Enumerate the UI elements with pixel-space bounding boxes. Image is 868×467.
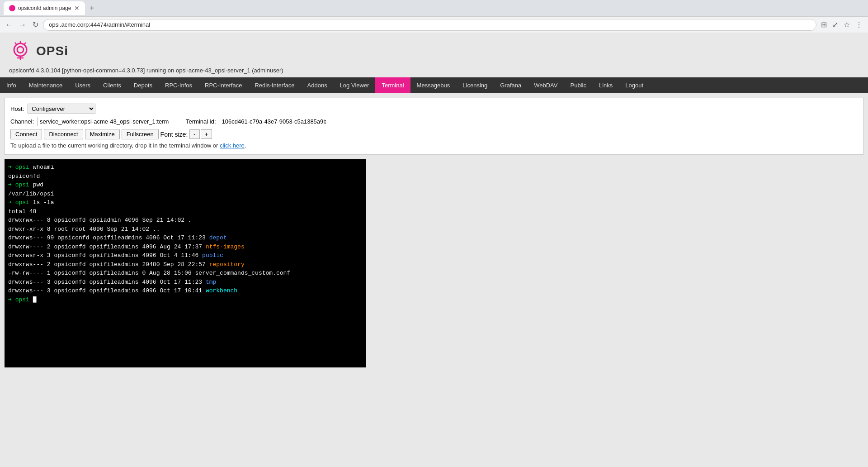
upload-link[interactable]: click here: [220, 142, 245, 149]
upload-hint: To upload a file to the current working …: [10, 142, 858, 149]
tab-bar: opsiconfd admin page ✕ +: [0, 0, 868, 16]
font-size-controls: - +: [189, 129, 212, 139]
channel-label: Channel:: [10, 118, 34, 125]
tab-title: opsiconfd admin page: [18, 5, 71, 11]
tab-favicon: [9, 5, 15, 11]
host-label: Host:: [10, 105, 24, 112]
back-button[interactable]: ←: [4, 19, 14, 31]
new-tab-button[interactable]: +: [87, 4, 97, 13]
active-tab[interactable]: opsiconfd admin page ✕: [4, 1, 85, 15]
terminal-id-input[interactable]: [220, 117, 328, 126]
nav-item-links[interactable]: Links: [593, 77, 619, 93]
terminal-section: Host: Configserver Channel: Terminal id:…: [5, 98, 863, 155]
nav-item-log-viewer[interactable]: Log Viewer: [334, 77, 376, 93]
fullscreen-button[interactable]: Fullscreen: [122, 129, 159, 139]
disconnect-button[interactable]: Disconnect: [44, 129, 83, 139]
maximize-button[interactable]: Maximize: [85, 129, 120, 139]
controls-row: Connect Disconnect Maximize Fullscreen F…: [10, 129, 858, 139]
svg-line-4: [24, 43, 26, 45]
nav-item-addons[interactable]: Addons: [301, 77, 334, 93]
bookmark-button[interactable]: ☆: [842, 19, 852, 31]
nav-item-messagebus[interactable]: Messagebus: [410, 77, 457, 93]
nav-item-rpc-infos[interactable]: RPC-Infos: [159, 77, 198, 93]
browser-chrome: opsiconfd admin page ✕ + ← → ↻ ⊞ ⤢ ☆ ⋮: [0, 0, 868, 33]
menu-button[interactable]: ⋮: [854, 19, 864, 31]
nav-item-public[interactable]: Public: [564, 77, 592, 93]
browser-actions: ⊞ ⤢ ☆ ⋮: [819, 19, 864, 31]
connect-button[interactable]: Connect: [10, 129, 42, 139]
channel-input[interactable]: [38, 117, 182, 126]
nav-item-logout[interactable]: Logout: [619, 77, 650, 93]
page-content: OPSi opsiconfd 4.3.0.104 [python-opsi-co…: [0, 33, 868, 440]
nav-item-clients[interactable]: Clients: [97, 77, 127, 93]
host-select[interactable]: Configserver: [28, 104, 95, 114]
svg-point-0: [14, 43, 27, 56]
host-row: Host: Configserver: [10, 104, 858, 114]
channel-row: Channel: Terminal id:: [10, 117, 858, 126]
font-increase-button[interactable]: +: [201, 129, 212, 139]
url-input[interactable]: [43, 19, 816, 31]
font-decrease-button[interactable]: -: [189, 129, 199, 139]
font-size-label: Font size:: [160, 131, 188, 138]
nav-item-webdav[interactable]: WebDAV: [528, 77, 564, 93]
page-header: OPSi opsiconfd 4.3.0.104 [python-opsi-co…: [0, 33, 868, 77]
opsi-logo: [9, 40, 32, 62]
svg-line-3: [15, 43, 17, 45]
terminal-id-label: Terminal id:: [186, 118, 216, 125]
share-button[interactable]: ⤢: [830, 19, 840, 31]
terminal-wrapper: ➜ opsi whoamiopsiconfd➜ opsi pwd/var/lib…: [5, 159, 863, 367]
nav-item-terminal[interactable]: Terminal: [375, 77, 410, 93]
forward-button[interactable]: →: [17, 19, 28, 31]
extensions-button[interactable]: ⊞: [819, 19, 829, 31]
nav-item-depots[interactable]: Depots: [127, 77, 159, 93]
logo-area: OPSi: [9, 40, 859, 62]
svg-point-1: [17, 47, 24, 53]
reload-button[interactable]: ↻: [31, 19, 40, 31]
nav-item-grafana[interactable]: Grafana: [494, 77, 528, 93]
logo-text: OPSi: [36, 44, 68, 58]
nav-item-licensing[interactable]: Licensing: [456, 77, 494, 93]
nav-item-users[interactable]: Users: [69, 77, 97, 93]
nav-item-info[interactable]: Info: [0, 77, 23, 93]
address-bar: ← → ↻ ⊞ ⤢ ☆ ⋮: [0, 16, 868, 33]
tab-close-button[interactable]: ✕: [74, 5, 80, 12]
nav-item-maintenance[interactable]: Maintenance: [23, 77, 69, 93]
nav-item-redis-interface[interactable]: Redis-Interface: [248, 77, 301, 93]
terminal-output[interactable]: ➜ opsi whoamiopsiconfd➜ opsi pwd/var/lib…: [5, 159, 366, 367]
nav-item-rpc-interface[interactable]: RPC-Interface: [198, 77, 248, 93]
nav-bar: InfoMaintenanceUsersClientsDepotsRPC-Inf…: [0, 77, 868, 93]
page-subtitle: opsiconfd 4.3.0.104 [python-opsi-common=…: [9, 67, 859, 74]
